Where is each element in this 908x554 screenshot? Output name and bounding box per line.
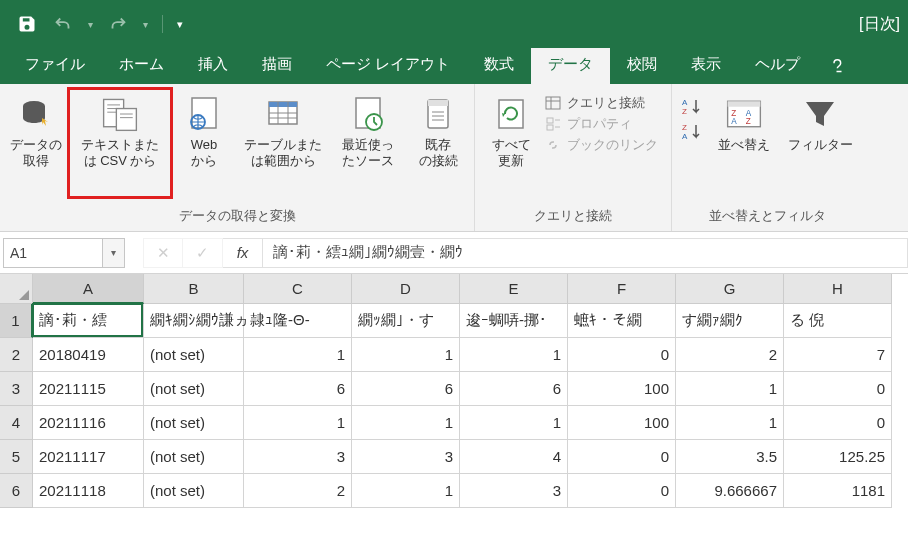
insert-function-button[interactable]: fx [223, 238, 263, 268]
column-header[interactable]: E [460, 274, 568, 304]
row-header[interactable]: 4 [0, 406, 33, 440]
properties-button[interactable]: プロパティ [545, 115, 665, 133]
redo-dropdown-icon[interactable]: ▾ [143, 19, 148, 30]
cell[interactable]: 1 [352, 406, 460, 440]
cell[interactable]: 100 [568, 372, 676, 406]
cell[interactable]: (not set) [144, 406, 244, 440]
select-all-corner[interactable] [0, 274, 33, 304]
from-web-button[interactable]: Web から [174, 90, 234, 170]
save-icon[interactable] [16, 13, 38, 35]
cell[interactable]: 2 [244, 474, 352, 508]
queries-connections-button[interactable]: クエリと接続 [545, 94, 665, 112]
tell-me-icon[interactable] [817, 46, 861, 84]
row-header[interactable]: 6 [0, 474, 33, 508]
cell[interactable]: 3.5 [676, 440, 784, 474]
cell[interactable]: 1 [244, 338, 352, 372]
tab-insert[interactable]: 挿入 [181, 47, 245, 84]
row-header[interactable]: 5 [0, 440, 33, 474]
cell[interactable]: 125.25 [784, 440, 892, 474]
cell[interactable]: 1 [352, 474, 460, 508]
cell[interactable]: 3 [352, 440, 460, 474]
cell[interactable]: 20211115 [33, 372, 144, 406]
cell[interactable]: 隷ｭ隆-Θ- [244, 304, 352, 338]
cancel-formula-button[interactable]: ✕ [143, 238, 183, 268]
workbook-links-button[interactable]: ブックのリンク [545, 136, 665, 154]
cell[interactable]: 0 [568, 474, 676, 508]
tab-review[interactable]: 校閲 [610, 47, 674, 84]
cell[interactable]: 繝ｷ繝ｼ繝ｳ謙ヵ [144, 304, 244, 338]
cell[interactable]: 20211117 [33, 440, 144, 474]
cell[interactable]: 6 [460, 372, 568, 406]
cell[interactable]: 7 [784, 338, 892, 372]
existing-connections-button[interactable]: 既存 の接続 [408, 90, 468, 170]
formula-input[interactable]: 謫･莉・繧ｭ繝｣繝ｳ繝壹・繝ｳ [263, 238, 908, 268]
column-header[interactable]: A [33, 274, 144, 304]
sort-desc-button[interactable]: ZA [682, 121, 704, 141]
cell[interactable]: 0 [568, 440, 676, 474]
cell[interactable]: る 倪 [784, 304, 892, 338]
get-data-button[interactable]: データの 取得 [6, 90, 66, 170]
column-header[interactable]: F [568, 274, 676, 304]
cell[interactable]: 6 [244, 372, 352, 406]
cell[interactable]: 3 [460, 474, 568, 508]
from-table-range-button[interactable]: テーブルまた は範囲から [238, 90, 328, 170]
sort-button[interactable]: ZAAZ 並べ替え [708, 90, 780, 153]
cell[interactable]: 1 [460, 338, 568, 372]
tab-draw[interactable]: 描画 [245, 47, 309, 84]
column-header[interactable]: H [784, 274, 892, 304]
from-text-csv-button[interactable]: テキストまた は CSV から [70, 90, 170, 170]
column-header[interactable]: D [352, 274, 460, 304]
column-header[interactable]: B [144, 274, 244, 304]
cell[interactable]: 1 [460, 406, 568, 440]
cell[interactable]: 1181 [784, 474, 892, 508]
cell[interactable]: (not set) [144, 440, 244, 474]
cell[interactable]: (not set) [144, 372, 244, 406]
row-header[interactable]: 2 [0, 338, 33, 372]
cell[interactable]: 3 [244, 440, 352, 474]
cell[interactable]: 1 [352, 338, 460, 372]
column-header[interactable]: C [244, 274, 352, 304]
row-header[interactable]: 3 [0, 372, 33, 406]
cell[interactable]: 20180419 [33, 338, 144, 372]
cell[interactable]: 1 [244, 406, 352, 440]
tab-file[interactable]: ファイル [8, 47, 102, 84]
column-header[interactable]: G [676, 274, 784, 304]
cell[interactable]: 0 [568, 338, 676, 372]
tab-formulas[interactable]: 数式 [467, 47, 531, 84]
tab-page-layout[interactable]: ページ レイアウト [309, 47, 467, 84]
name-box[interactable]: A1 [3, 238, 103, 268]
cell[interactable]: 2 [676, 338, 784, 372]
name-box-dropdown[interactable]: ▾ [103, 238, 125, 268]
cell[interactable]: 逡ｰ蜩哢-挪･ [460, 304, 568, 338]
cell[interactable]: 謫･莉・繧 [33, 304, 144, 338]
cell[interactable]: 1 [676, 406, 784, 440]
cell[interactable]: 20211116 [33, 406, 144, 440]
cell[interactable]: 4 [460, 440, 568, 474]
undo-icon[interactable] [52, 13, 74, 35]
cell[interactable]: 繝ｯ繝｣・す [352, 304, 460, 338]
undo-dropdown-icon[interactable]: ▾ [88, 19, 93, 30]
cell[interactable]: 100 [568, 406, 676, 440]
cell[interactable]: 20211118 [33, 474, 144, 508]
cell[interactable]: 0 [784, 406, 892, 440]
accept-formula-button[interactable]: ✓ [183, 238, 223, 268]
cell[interactable]: (not set) [144, 474, 244, 508]
cell[interactable]: 6 [352, 372, 460, 406]
qat-customize-icon[interactable]: ▾ [177, 18, 183, 31]
row-header[interactable]: 1 [0, 304, 33, 338]
tab-home[interactable]: ホーム [102, 47, 181, 84]
recent-sources-button[interactable]: 最近使っ たソース [332, 90, 404, 170]
cell[interactable]: 蟅ｷ・そ繝 [568, 304, 676, 338]
cell[interactable]: (not set) [144, 338, 244, 372]
cell[interactable]: 9.666667 [676, 474, 784, 508]
tab-view[interactable]: 表示 [674, 47, 738, 84]
filter-button[interactable]: フィルター [784, 90, 856, 153]
redo-icon[interactable] [107, 13, 129, 35]
refresh-all-button[interactable]: すべて 更新 [481, 90, 541, 170]
cell[interactable]: す繝ｧ繝ｸ [676, 304, 784, 338]
cell[interactable]: 0 [784, 372, 892, 406]
cell[interactable]: 1 [676, 372, 784, 406]
tab-data[interactable]: データ [531, 47, 610, 84]
sort-asc-button[interactable]: AZ [682, 96, 704, 116]
tab-help[interactable]: ヘルプ [738, 47, 817, 84]
